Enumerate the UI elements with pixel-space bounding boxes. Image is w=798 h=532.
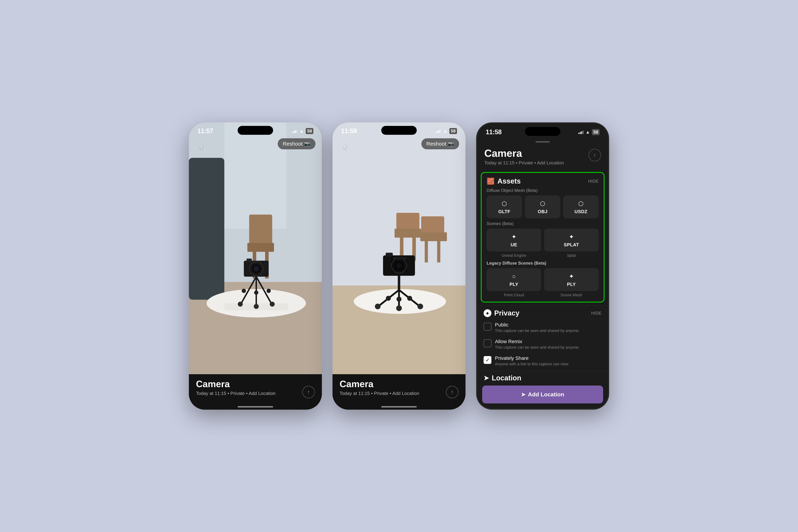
share-button-middle[interactable]: ↑	[446, 386, 458, 398]
share-checkbox[interactable]: ✓	[483, 356, 491, 364]
remix-desc: This capture can be seen and shared by a…	[495, 345, 602, 350]
ply-cloud-button[interactable]: ○ PLY	[487, 268, 541, 291]
reshoot-button-middle[interactable]: Reshoot 📷	[421, 138, 459, 149]
ue-icon: ✦	[511, 233, 516, 240]
remix-text: Allow Remix This capture can be seen and…	[495, 339, 602, 350]
public-title: Public	[495, 322, 602, 328]
svg-point-40	[396, 263, 402, 268]
ply-mesh-button[interactable]: ✦ PLY	[544, 268, 599, 291]
wifi-icon-left: ▲	[300, 129, 304, 134]
svg-rect-42	[398, 276, 400, 290]
privacy-hide-button[interactable]: HIDE	[591, 311, 602, 316]
add-location-icon: ➤	[521, 392, 526, 398]
svg-rect-29	[395, 229, 421, 238]
ply-mesh-column: ✦ PLY Scene Mesh	[544, 268, 599, 298]
assets-icon: 🧱	[487, 177, 495, 185]
public-text: Public This capture can be seen and shar…	[495, 322, 602, 333]
legacy-label: Legacy Diffuse Scenes (Beta)	[487, 261, 599, 266]
time-left: 11:57	[197, 127, 213, 135]
phone-middle: 11:59 ▲ 58	[332, 122, 466, 410]
room-svg-middle	[332, 122, 466, 374]
obj-button[interactable]: ⬡ OBJ	[525, 195, 560, 218]
dynamic-island-left	[238, 126, 273, 135]
usdz-icon: ⬡	[578, 200, 584, 207]
photo-bg-middle	[332, 122, 466, 374]
assets-highlight-border: 🧱 Assets HIDE Diffuse Object Mesh (Beta)…	[481, 172, 605, 303]
share-title: Privately Share	[495, 355, 602, 361]
svg-point-23	[270, 302, 275, 307]
diffuse-label: Diffuse Object Mesh (Beta)	[487, 188, 599, 193]
ply-mesh-icon: ✦	[569, 273, 574, 280]
reshoot-label-middle: Reshoot	[426, 141, 446, 147]
dynamic-island-middle	[381, 126, 417, 135]
public-desc: This capture can be seen and shared by a…	[495, 328, 602, 333]
photo-bg-left	[189, 122, 322, 374]
share-button-left[interactable]: ↑	[302, 386, 315, 398]
ply-cloud-sub-label: Point Cloud	[504, 293, 524, 298]
assets-title: 🧱 Assets	[487, 177, 521, 185]
svg-point-14	[253, 266, 259, 271]
ue-sub-label: Unreal Engine	[501, 253, 526, 258]
battery-right: 58	[592, 129, 600, 135]
usdz-button[interactable]: ⬡ USDZ	[563, 195, 599, 218]
share-desc: Anyone with a link to this capture can v…	[495, 362, 602, 366]
camera-icon-middle: 📷	[448, 141, 454, 147]
header-share-button[interactable]: ↑	[589, 149, 601, 162]
signal-icon-left	[292, 129, 298, 133]
status-icons-right: ▲ 58	[578, 129, 600, 135]
back-button-middle[interactable]: ‹	[339, 140, 351, 152]
assets-hide-button[interactable]: HIDE	[588, 179, 599, 184]
bottom-subtitle-left: Today at 11:15 • Private • Add Location	[196, 391, 315, 396]
svg-rect-2	[189, 158, 224, 300]
ue-label: UE	[511, 242, 517, 248]
ue-button[interactable]: ✦ UE	[487, 229, 541, 251]
svg-rect-41	[393, 257, 407, 260]
wifi-icon-right: ▲	[586, 130, 590, 135]
diffuse-buttons-row: ⬡ GLTF ⬡ OBJ ⬡ USDZ	[487, 195, 599, 218]
scenes-buttons-row: ✦ UE Unreal Engine ✦ SPLAT Splat	[487, 229, 599, 258]
svg-point-47	[397, 297, 401, 302]
location-icon: ➤	[483, 374, 489, 382]
public-checkbox[interactable]	[483, 323, 491, 330]
phone-right: 11:58 ▲ 58	[476, 122, 609, 410]
privacy-item-public: Public This capture can be seen and shar…	[483, 319, 602, 336]
svg-rect-3	[224, 122, 286, 229]
add-location-button[interactable]: ➤ Add Location	[482, 385, 603, 403]
splat-button[interactable]: ✦ SPLAT	[544, 229, 599, 251]
svg-rect-8	[249, 214, 272, 247]
right-phone-title: Camera	[484, 147, 564, 159]
splat-column: ✦ SPLAT Splat	[544, 229, 599, 258]
scenes-label: Scenes (Beta)	[487, 221, 599, 226]
room-svg-left	[189, 122, 322, 374]
svg-point-50	[396, 305, 402, 311]
right-header-top: Camera Today at 11:15 • Private • Add Lo…	[484, 147, 601, 166]
header-text: Camera Today at 11:15 • Private • Add Lo…	[484, 147, 564, 166]
svg-rect-36	[386, 253, 393, 256]
svg-point-46	[386, 296, 391, 301]
header-share-icon: ↑	[593, 152, 596, 158]
assets-section: 🧱 Assets HIDE Diffuse Object Mesh (Beta)…	[482, 173, 604, 302]
battery-left: 58	[306, 128, 314, 134]
status-icons-middle: ▲ 58	[436, 128, 457, 134]
privacy-item-remix: Allow Remix This capture can be seen and…	[483, 336, 602, 353]
ply-cloud-column: ○ PLY Point Cloud	[487, 268, 541, 298]
signal-icon-middle	[436, 129, 441, 133]
remix-checkbox[interactable]	[483, 339, 491, 347]
bottom-title-left: Camera	[196, 379, 315, 389]
bottom-bar-left: Camera Today at 11:15 • Private • Add Lo…	[189, 374, 322, 410]
splat-icon: ✦	[569, 233, 574, 240]
svg-point-21	[238, 302, 243, 307]
privacy-icon: ●	[483, 309, 491, 317]
usdz-label: USDZ	[574, 209, 588, 214]
back-button-left[interactable]: ‹	[195, 140, 208, 152]
time-right: 11:58	[486, 128, 502, 136]
phone-left: 11:57 ▲ 58	[189, 122, 322, 410]
reshoot-button-left[interactable]: Reshoot 📷	[278, 138, 316, 149]
gltf-button[interactable]: ⬡ GLTF	[487, 195, 522, 218]
add-location-label: Add Location	[528, 391, 564, 398]
privacy-header: ● Privacy HIDE	[483, 309, 602, 317]
home-indicator-left	[238, 406, 273, 407]
camera-icon-left: 📷	[304, 141, 310, 147]
privacy-title: ● Privacy	[483, 309, 519, 317]
drag-handle	[535, 141, 550, 142]
